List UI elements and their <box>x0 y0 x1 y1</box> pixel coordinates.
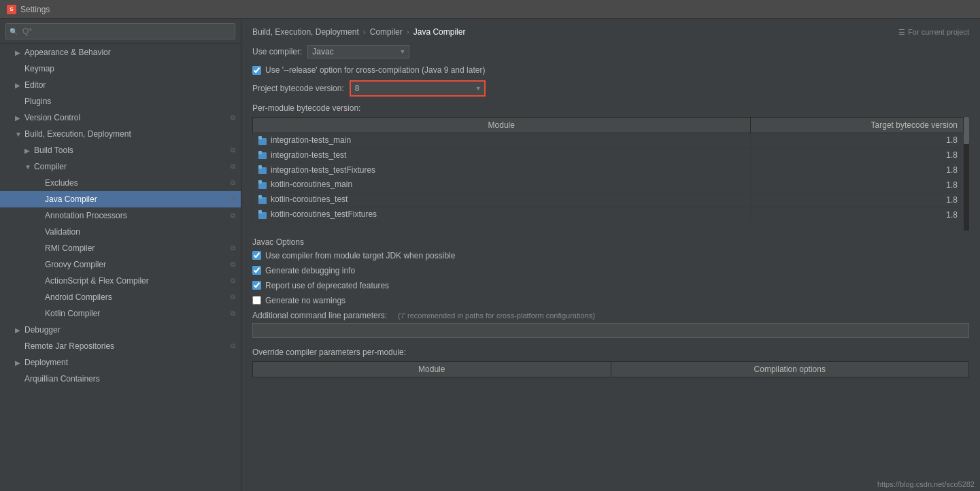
sidebar-item-validation[interactable]: Validation <box>0 224 241 240</box>
table-scrollbar[interactable] <box>964 117 969 231</box>
additional-params-row: Additional command line parameters: ('/'… <box>252 311 969 320</box>
arrow-icon: ▶ <box>15 114 24 122</box>
module-name: kotlin-coroutines_main <box>253 177 751 192</box>
module-icon <box>258 151 268 160</box>
module-name: integration-tests_test <box>253 148 751 163</box>
override-table-container: Module Compilation options <box>252 361 969 377</box>
sidebar-item-remote-jar-repos[interactable]: Remote Jar Repositories⧉ <box>0 338 241 354</box>
override-table: Module Compilation options <box>252 361 969 377</box>
module-icon <box>258 165 268 175</box>
override-label: Override compiler parameters per-module: <box>252 348 969 357</box>
sidebar-item-java-compiler[interactable]: Java Compiler⧉ <box>0 191 241 207</box>
breadcrumb-current: Java Compiler <box>413 27 466 37</box>
sidebar-item-appearance[interactable]: ▶Appearance & Behavior <box>0 44 241 61</box>
compiler-select-wrapper[interactable]: JavacEclipseAjc <box>307 45 409 58</box>
module-version: 1.8 <box>750 207 964 222</box>
sidebar-item-keymap[interactable]: Keymap <box>0 61 241 77</box>
copy-icon: ⧉ <box>231 146 235 154</box>
copy-icon: ⧉ <box>231 293 235 301</box>
module-version: 1.8 <box>750 148 964 163</box>
sidebar-item-deployment[interactable]: ▶Deployment <box>0 354 241 371</box>
sidebar-item-label: Kotlin Compiler <box>45 309 228 318</box>
per-module-label: Per-module bytecode version: <box>252 103 969 113</box>
module-table-body: integration-tests_main 1.8 integration-t… <box>253 133 964 222</box>
sidebar-item-label: Arquillian Containers <box>24 374 235 384</box>
arrow-icon: ▶ <box>24 147 34 154</box>
version-col-header: Target bytecode version <box>750 118 964 133</box>
app-icon: S <box>7 5 16 14</box>
search-input[interactable] <box>5 23 235 39</box>
module-name: integration-tests_main <box>253 133 751 148</box>
javac-option-checkbox-0[interactable] <box>252 251 261 260</box>
module-table-container: Module Target bytecode version integrati… <box>252 117 969 231</box>
sidebar-item-label: Deployment <box>24 358 235 367</box>
breadcrumb: Build, Execution, Deployment › Compiler … <box>241 19 980 42</box>
javac-option-checkbox-2[interactable] <box>252 281 261 290</box>
module-col-header: Module <box>253 118 751 133</box>
content-body: Use compiler: JavacEclipseAjc Use '--rel… <box>241 42 980 491</box>
module-table: Module Target bytecode version integrati… <box>252 117 964 222</box>
sidebar-item-editor[interactable]: ▶Editor <box>0 77 241 93</box>
javac-option-checkbox-3[interactable] <box>252 296 261 305</box>
module-name: kotlin-coroutines_test <box>253 192 751 207</box>
copy-icon: ⧉ <box>231 211 235 220</box>
compiler-select[interactable]: JavacEclipseAjc <box>307 45 409 58</box>
module-icon <box>258 210 268 220</box>
additional-params-input[interactable] <box>252 323 969 338</box>
module-version: 1.8 <box>750 163 964 177</box>
javac-option-label-0: Use compiler from module target JDK when… <box>265 251 455 260</box>
copy-icon: ⧉ <box>231 244 235 252</box>
module-version: 1.8 <box>750 177 964 192</box>
javac-option-label-3: Generate no warnings <box>265 296 345 305</box>
sidebar-item-compiler[interactable]: ▼Compiler⧉ <box>0 158 241 175</box>
sidebar-item-label: Compiler <box>34 162 228 171</box>
scrollbar-thumb[interactable] <box>964 117 969 144</box>
sidebar-item-label: Remote Jar Repositories <box>24 341 228 351</box>
sidebar-item-annotation-processors[interactable]: Annotation Processors⧉ <box>0 207 241 224</box>
sidebar-item-debugger[interactable]: ▶Debugger <box>0 322 241 338</box>
sidebar-item-excludes[interactable]: Excludes⧉ <box>0 175 241 191</box>
sidebar-item-label: Build Tools <box>34 146 228 155</box>
bytecode-version-select[interactable]: 8 11 17 <box>350 80 486 97</box>
table-row: integration-tests_test 1.8 <box>253 148 964 163</box>
sidebar-item-rmi-compiler[interactable]: RMI Compiler⧉ <box>0 240 241 256</box>
copy-icon: ⧉ <box>231 195 235 203</box>
copy-icon: ⧉ <box>231 260 235 269</box>
title-bar: S Settings <box>0 0 980 19</box>
search-box <box>0 19 241 44</box>
javac-option-checkbox-1[interactable] <box>252 266 261 275</box>
sidebar-item-label: Debugger <box>24 325 235 335</box>
release-option-label: Use '--release' option for cross-compila… <box>265 65 485 75</box>
copy-icon: ⧉ <box>231 277 235 285</box>
sidebar-item-label: Android Compilers <box>45 292 228 302</box>
sidebar-item-label: RMI Compiler <box>45 243 228 253</box>
sidebar-item-build-tools[interactable]: ▶Build Tools⧉ <box>0 142 241 158</box>
javac-options-title: Javac Options <box>252 237 969 247</box>
sidebar-item-actionscript-flex[interactable]: ActionScript & Flex Compiler⧉ <box>0 273 241 289</box>
bytecode-version-row: Project bytecode version: 8 11 17 <box>252 80 969 97</box>
sidebar-item-arquillian-containers[interactable]: Arquillian Containers <box>0 371 241 387</box>
sidebar-item-label: Validation <box>45 227 235 237</box>
table-row: integration-tests_main 1.8 <box>253 133 964 148</box>
javac-option-row-3: Generate no warnings <box>252 296 969 305</box>
additional-params-note: ('/' recommended in paths for cross-plat… <box>398 311 595 320</box>
table-row: kotlin-coroutines_testFixtures 1.8 <box>253 207 964 222</box>
sidebar-item-groovy-compiler[interactable]: Groovy Compiler⧉ <box>0 256 241 273</box>
sidebar-item-plugins[interactable]: Plugins <box>0 93 241 109</box>
copy-icon: ⧉ <box>231 114 235 122</box>
sidebar-item-label: Appearance & Behavior <box>24 48 235 57</box>
bytecode-version-label: Project bytecode version: <box>252 84 344 93</box>
sidebar-item-label: Excludes <box>45 178 228 188</box>
override-options-col: Compilation options <box>611 361 969 377</box>
sidebar-item-kotlin-compiler[interactable]: Kotlin Compiler⧉ <box>0 305 241 322</box>
release-option-checkbox[interactable] <box>252 66 261 75</box>
module-icon <box>258 136 268 146</box>
sidebar-item-version-control[interactable]: ▶Version Control⧉ <box>0 109 241 126</box>
arrow-icon: ▶ <box>15 326 24 334</box>
bytecode-select-wrapper[interactable]: 8 11 17 <box>350 80 486 97</box>
sidebar-item-label: Build, Execution, Deployment <box>24 129 235 139</box>
sidebar-item-label: Keymap <box>24 64 235 73</box>
sidebar-item-android-compilers[interactable]: Android Compilers⧉ <box>0 289 241 305</box>
table-row: kotlin-coroutines_test 1.8 <box>253 192 964 207</box>
sidebar-item-build-exec-deploy[interactable]: ▼Build, Execution, Deployment <box>0 126 241 142</box>
